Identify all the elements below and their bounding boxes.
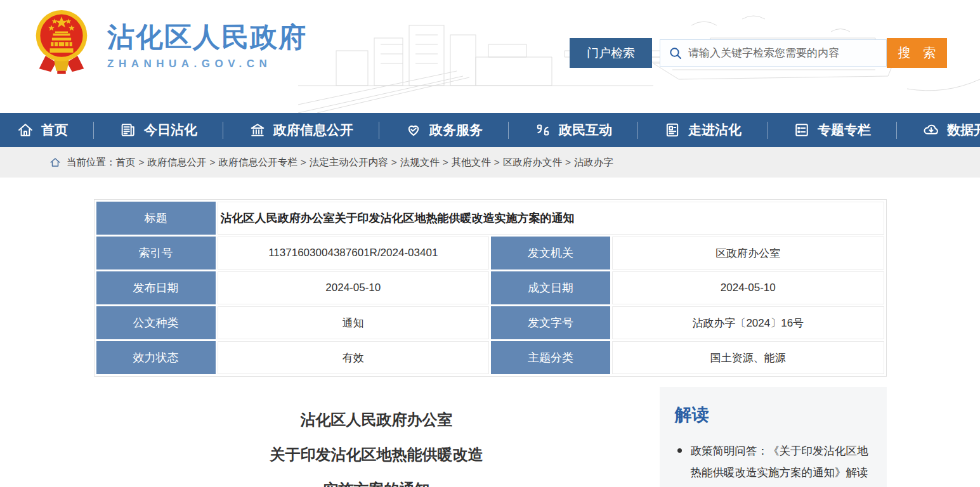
meta-value-document-number: 沾政办字〔2024〕16号 <box>612 306 884 339</box>
nav-label: 今日沾化 <box>144 121 197 139</box>
document-title-line: 关于印发沾化区地热能供暖改造 <box>94 437 660 472</box>
search-button[interactable]: 搜 索 <box>887 38 947 68</box>
list-icon <box>793 121 811 139</box>
meta-row-title: 标题 沾化区人民政府办公室关于印发沾化区地热能供暖改造实施方案的通知 <box>96 202 884 235</box>
nav-item-public-interaction[interactable]: 政民互动 <box>509 121 637 139</box>
search-box[interactable] <box>660 39 887 67</box>
nav-item-special-topics[interactable]: 专题专栏 <box>768 121 896 139</box>
header-search-group: 门户检索 搜 索 <box>570 38 947 68</box>
site-domain: ZHANHUA.GOV.CN <box>107 58 307 70</box>
nav-label: 走进沾化 <box>688 121 742 139</box>
nav-label: 首页 <box>41 121 68 139</box>
meta-value-issuing-agency: 区政府办公室 <box>612 237 884 269</box>
breadcrumb-item[interactable]: 其他文件 <box>452 156 491 169</box>
breadcrumb-separator: > <box>565 157 571 168</box>
breadcrumb-separator: > <box>301 157 306 168</box>
breadcrumb-separator: > <box>210 157 216 168</box>
meta-label-document-number: 发文字号 <box>491 306 610 339</box>
search-icon <box>669 46 683 60</box>
newspaper-icon <box>119 121 137 139</box>
breadcrumb-item[interactable]: 沾政办字 <box>574 156 613 169</box>
document-title: 沾化区人民政府办公室 关于印发沾化区地热能供暖改造 实施方案的通知 <box>94 387 660 487</box>
site-logo[interactable]: 沾化区人民政府 ZHANHUA.GOV.CN <box>35 8 307 85</box>
nav-label: 专题专栏 <box>818 121 871 139</box>
nav-label: 数据开放 <box>947 121 980 139</box>
site-name: 沾化区人民政府 <box>107 22 307 52</box>
document-icon <box>663 121 681 139</box>
cloud-download-icon <box>922 121 940 139</box>
meta-label-validity-status: 效力状态 <box>96 341 216 374</box>
document-title-line: 沾化区人民政府办公室 <box>94 402 660 437</box>
meta-value-title: 沾化区人民政府办公室关于印发沾化区地热能供暖改造实施方案的通知 <box>218 202 884 235</box>
breadcrumb-home-icon <box>49 157 61 168</box>
breadcrumb-separator: > <box>494 157 500 168</box>
meta-value-index-number: 11371603004387601R/2024-03401 <box>218 237 490 269</box>
meta-value-document-type: 通知 <box>218 306 490 339</box>
meta-label-issue-date: 成文日期 <box>491 271 610 304</box>
meta-label-subject-category: 主题分类 <box>491 341 610 374</box>
interpretation-heading: 解读 <box>675 403 872 426</box>
search-input[interactable] <box>688 47 879 60</box>
meta-label-index-number: 索引号 <box>96 237 216 269</box>
bank-icon <box>249 121 266 139</box>
meta-label-document-type: 公文种类 <box>96 306 216 339</box>
meta-value-issue-date: 2024-05-10 <box>612 271 884 304</box>
breadcrumb-item[interactable]: 区政府办文件 <box>503 156 562 169</box>
nav-item-open-data[interactable]: 数据开放 <box>897 121 980 139</box>
breadcrumb-item[interactable]: 法规文件 <box>400 156 440 169</box>
breadcrumb-item[interactable]: 政府信息公开 <box>148 156 207 169</box>
site-header: 沾化区人民政府 ZHANHUA.GOV.CN 门户检索 搜 索 <box>0 0 980 113</box>
home-icon <box>16 121 34 139</box>
nav-label: 政府信息公开 <box>273 121 353 139</box>
meta-row: 发布日期 2024-05-10 成文日期 2024-05-10 <box>96 271 884 304</box>
interpretation-panel: 解读 政策简明问答：《关于印发沾化区地热能供暖改造实施方案的通知》解读 <box>660 387 887 487</box>
portal-search-button[interactable]: 门户检索 <box>570 38 652 68</box>
nav-item-today-zhanhua[interactable]: 今日沾化 <box>94 121 223 139</box>
interpretation-item: 政策简明问答：《关于印发沾化区地热能供暖改造实施方案的通知》解读 <box>675 440 872 483</box>
handshake-icon <box>405 121 422 139</box>
nav-item-gov-info[interactable]: 政府信息公开 <box>223 121 379 139</box>
meta-value-subject-category: 国土资源、能源 <box>612 341 884 374</box>
document-title-line: 实施方案的通知 <box>94 472 660 487</box>
bullet-icon <box>677 448 682 453</box>
quote-dialog-icon <box>534 121 552 139</box>
nav-item-about-zhanhua[interactable]: 走进沾化 <box>638 121 767 139</box>
nav-label: 政务服务 <box>429 121 483 139</box>
main-content: 标题 沾化区人民政府办公室关于印发沾化区地热能供暖改造实施方案的通知 索引号 1… <box>94 199 887 487</box>
breadcrumb-separator: > <box>443 157 448 168</box>
meta-value-validity-status: 有效 <box>218 341 490 374</box>
meta-label-issuing-agency: 发文机关 <box>491 237 610 269</box>
meta-row: 效力状态 有效 主题分类 国土资源、能源 <box>96 341 884 374</box>
meta-label-title: 标题 <box>96 202 216 235</box>
meta-row: 公文种类 通知 发文字号 沾政办字〔2024〕16号 <box>96 306 884 339</box>
main-nav: 首页 今日沾化 政府信息公开 政务服务 <box>0 113 980 147</box>
breadcrumb-separator: > <box>391 157 397 168</box>
breadcrumb-item[interactable]: 法定主动公开内容 <box>310 156 388 169</box>
document-meta-table: 标题 沾化区人民政府办公室关于印发沾化区地热能供暖改造实施方案的通知 索引号 1… <box>94 199 887 377</box>
breadcrumb-item[interactable]: 首页 <box>116 156 136 169</box>
interpretation-link[interactable]: 政策简明问答：《关于印发沾化区地热能供暖改造实施方案的通知》解读 <box>691 440 872 483</box>
site-title-block: 沾化区人民政府 ZHANHUA.GOV.CN <box>107 22 307 70</box>
breadcrumb-separator: > <box>139 157 145 168</box>
breadcrumb-item[interactable]: 政府信息公开专栏 <box>219 156 297 169</box>
breadcrumb-prefix: 当前位置： <box>67 156 116 169</box>
meta-value-publish-date: 2024-05-10 <box>218 271 490 304</box>
meta-label-publish-date: 发布日期 <box>96 271 216 304</box>
meta-row: 索引号 11371603004387601R/2024-03401 发文机关 区… <box>96 237 884 269</box>
national-emblem-icon <box>35 8 88 85</box>
nav-item-home[interactable]: 首页 <box>0 121 93 139</box>
nav-item-gov-services[interactable]: 政务服务 <box>379 121 508 139</box>
nav-label: 政民互动 <box>559 121 612 139</box>
breadcrumb: 当前位置： 首页 > 政府信息公开 > 政府信息公开专栏 > 法定主动公开内容 … <box>0 147 980 178</box>
